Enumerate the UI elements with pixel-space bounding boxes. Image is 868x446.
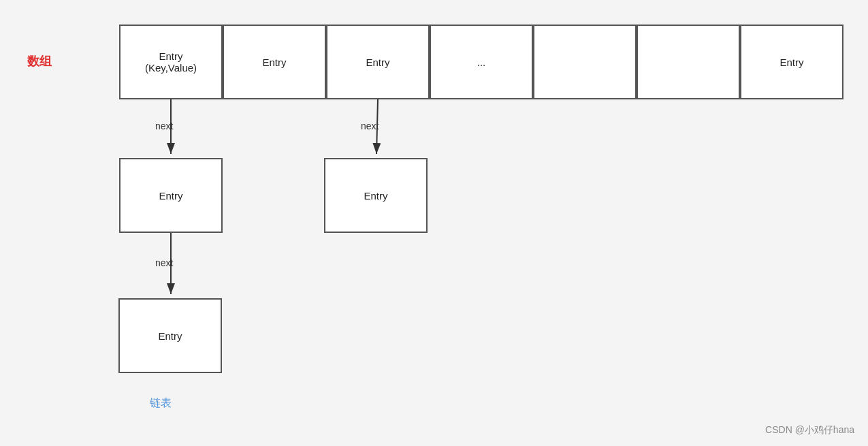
array-cell-3: ... [430,25,533,99]
array-cell-4 [533,25,637,99]
array-row: Entry(Key,Value) Entry Entry ... Entry [119,25,843,99]
watermark: CSDN @小鸡仔hana [765,424,854,436]
linked-node-3: Entry [118,298,222,373]
linked-list-label: 链表 [150,396,172,411]
linked-node-1: Entry [119,158,223,233]
array-cell-1: Entry [223,25,326,99]
array-cell-6: Entry [740,25,843,99]
array-cell-0: Entry(Key,Value) [119,25,223,99]
next-label-2: next [361,121,379,131]
array-label: 数组 [27,53,52,69]
array-cell-5 [637,25,740,99]
next-label-1: next [155,121,173,131]
next-label-3: next [155,257,173,268]
diagram-container: 数组 Entry(Key,Value) Entry Entry ... Entr… [0,0,868,446]
linked-node-2: Entry [324,158,428,233]
array-cell-2: Entry [326,25,430,99]
